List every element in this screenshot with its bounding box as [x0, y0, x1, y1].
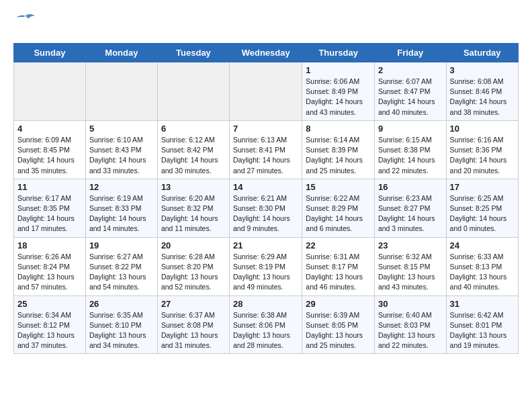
- calendar-cell: [85, 62, 157, 121]
- day-number: 6: [161, 124, 226, 134]
- calendar-table: SundayMondayTuesdayWednesdayThursdayFrid…: [13, 43, 519, 354]
- calendar-cell: 7Sunrise: 6:13 AMSunset: 8:41 PMDaylight…: [230, 120, 302, 179]
- calendar-cell: 16Sunrise: 6:23 AMSunset: 8:27 PMDayligh…: [374, 179, 446, 237]
- calendar-cell: [157, 62, 229, 121]
- calendar-header: SundayMondayTuesdayWednesdayThursdayFrid…: [14, 44, 519, 62]
- calendar-week-4: 18Sunrise: 6:26 AMSunset: 8:24 PMDayligh…: [14, 237, 519, 295]
- calendar-cell: 15Sunrise: 6:22 AMSunset: 8:29 PMDayligh…: [302, 179, 375, 237]
- day-info: Sunrise: 6:19 AMSunset: 8:33 PMDaylight:…: [89, 193, 154, 234]
- calendar-cell: 3Sunrise: 6:08 AMSunset: 8:46 PMDaylight…: [446, 62, 518, 121]
- day-info: Sunrise: 6:28 AMSunset: 8:20 PMDaylight:…: [161, 252, 226, 293]
- day-number: 31: [450, 299, 515, 309]
- calendar-cell: 1Sunrise: 6:06 AMSunset: 8:49 PMDaylight…: [302, 62, 375, 121]
- day-number: 25: [17, 299, 82, 309]
- day-info: Sunrise: 6:08 AMSunset: 8:46 PMDaylight:…: [450, 77, 515, 118]
- weekday-header-friday: Friday: [374, 44, 446, 62]
- day-info: Sunrise: 6:42 AMSunset: 8:01 PMDaylight:…: [450, 310, 515, 351]
- calendar-cell: 22Sunrise: 6:31 AMSunset: 8:17 PMDayligh…: [302, 237, 375, 295]
- day-info: Sunrise: 6:37 AMSunset: 8:08 PMDaylight:…: [161, 310, 226, 351]
- day-info: Sunrise: 6:39 AMSunset: 8:05 PMDaylight:…: [306, 310, 371, 351]
- day-number: 1: [306, 65, 371, 75]
- day-info: Sunrise: 6:06 AMSunset: 8:49 PMDaylight:…: [306, 77, 371, 118]
- day-number: 7: [233, 124, 298, 134]
- day-number: 5: [89, 124, 154, 134]
- calendar-cell: 18Sunrise: 6:26 AMSunset: 8:24 PMDayligh…: [14, 237, 86, 295]
- day-info: Sunrise: 6:17 AMSunset: 8:35 PMDaylight:…: [17, 193, 82, 234]
- day-number: 8: [306, 124, 371, 134]
- day-number: 16: [378, 182, 443, 192]
- calendar-week-1: 1Sunrise: 6:06 AMSunset: 8:49 PMDaylight…: [14, 62, 519, 121]
- calendar-cell: 28Sunrise: 6:38 AMSunset: 8:06 PMDayligh…: [230, 295, 302, 354]
- day-info: Sunrise: 6:25 AMSunset: 8:25 PMDaylight:…: [450, 193, 515, 234]
- day-info: Sunrise: 6:16 AMSunset: 8:36 PMDaylight:…: [450, 135, 515, 176]
- calendar-cell: 11Sunrise: 6:17 AMSunset: 8:35 PMDayligh…: [14, 179, 86, 237]
- calendar-cell: 4Sunrise: 6:09 AMSunset: 8:45 PMDaylight…: [14, 120, 86, 179]
- day-number: 20: [161, 240, 226, 250]
- day-info: Sunrise: 6:29 AMSunset: 8:19 PMDaylight:…: [233, 252, 298, 293]
- calendar-cell: 10Sunrise: 6:16 AMSunset: 8:36 PMDayligh…: [446, 120, 518, 179]
- day-info: Sunrise: 6:22 AMSunset: 8:29 PMDaylight:…: [306, 193, 371, 234]
- calendar-cell: 19Sunrise: 6:27 AMSunset: 8:22 PMDayligh…: [85, 237, 157, 295]
- calendar-cell: [14, 62, 86, 121]
- calendar-cell: 14Sunrise: 6:21 AMSunset: 8:30 PMDayligh…: [230, 179, 302, 237]
- calendar-cell: 2Sunrise: 6:07 AMSunset: 8:47 PMDaylight…: [374, 62, 446, 121]
- weekday-row: SundayMondayTuesdayWednesdayThursdayFrid…: [14, 44, 519, 62]
- day-number: 23: [378, 240, 443, 250]
- day-number: 10: [450, 124, 515, 134]
- calendar-week-3: 11Sunrise: 6:17 AMSunset: 8:35 PMDayligh…: [14, 179, 519, 237]
- day-number: 3: [450, 65, 515, 75]
- calendar-cell: 27Sunrise: 6:37 AMSunset: 8:08 PMDayligh…: [157, 295, 229, 354]
- weekday-header-sunday: Sunday: [14, 44, 86, 62]
- weekday-header-monday: Monday: [85, 44, 157, 62]
- day-info: Sunrise: 6:12 AMSunset: 8:42 PMDaylight:…: [161, 135, 226, 176]
- day-number: 19: [89, 240, 154, 250]
- page-header: [13, 13, 519, 32]
- day-info: Sunrise: 6:35 AMSunset: 8:10 PMDaylight:…: [89, 310, 154, 351]
- day-info: Sunrise: 6:07 AMSunset: 8:47 PMDaylight:…: [378, 77, 443, 118]
- day-number: 17: [450, 182, 515, 192]
- day-info: Sunrise: 6:27 AMSunset: 8:22 PMDaylight:…: [89, 252, 154, 293]
- calendar-cell: 5Sunrise: 6:10 AMSunset: 8:43 PMDaylight…: [85, 120, 157, 179]
- day-number: 27: [161, 299, 226, 309]
- logo: [13, 13, 35, 32]
- day-info: Sunrise: 6:31 AMSunset: 8:17 PMDaylight:…: [306, 252, 371, 293]
- calendar-cell: 6Sunrise: 6:12 AMSunset: 8:42 PMDaylight…: [157, 120, 229, 179]
- calendar-cell: 23Sunrise: 6:32 AMSunset: 8:15 PMDayligh…: [374, 237, 446, 295]
- day-number: 11: [17, 182, 82, 192]
- calendar-week-5: 25Sunrise: 6:34 AMSunset: 8:12 PMDayligh…: [14, 295, 519, 354]
- day-number: 2: [378, 65, 443, 75]
- day-number: 18: [17, 240, 82, 250]
- calendar-body: 1Sunrise: 6:06 AMSunset: 8:49 PMDaylight…: [14, 62, 519, 354]
- calendar-cell: 26Sunrise: 6:35 AMSunset: 8:10 PMDayligh…: [85, 295, 157, 354]
- day-info: Sunrise: 6:33 AMSunset: 8:13 PMDaylight:…: [450, 252, 515, 293]
- weekday-header-wednesday: Wednesday: [230, 44, 302, 62]
- day-info: Sunrise: 6:40 AMSunset: 8:03 PMDaylight:…: [378, 310, 443, 351]
- day-info: Sunrise: 6:13 AMSunset: 8:41 PMDaylight:…: [233, 135, 298, 176]
- day-info: Sunrise: 6:15 AMSunset: 8:38 PMDaylight:…: [378, 135, 443, 176]
- day-info: Sunrise: 6:38 AMSunset: 8:06 PMDaylight:…: [233, 310, 298, 351]
- day-number: 28: [233, 299, 298, 309]
- weekday-header-thursday: Thursday: [302, 44, 375, 62]
- calendar-cell: [230, 62, 302, 121]
- day-number: 26: [89, 299, 154, 309]
- calendar-cell: 24Sunrise: 6:33 AMSunset: 8:13 PMDayligh…: [446, 237, 518, 295]
- calendar-cell: 21Sunrise: 6:29 AMSunset: 8:19 PMDayligh…: [230, 237, 302, 295]
- calendar-cell: 17Sunrise: 6:25 AMSunset: 8:25 PMDayligh…: [446, 179, 518, 237]
- day-number: 24: [450, 240, 515, 250]
- day-number: 4: [17, 124, 82, 134]
- day-info: Sunrise: 6:26 AMSunset: 8:24 PMDaylight:…: [17, 252, 82, 293]
- day-number: 21: [233, 240, 298, 250]
- day-number: 14: [233, 182, 298, 192]
- calendar-week-2: 4Sunrise: 6:09 AMSunset: 8:45 PMDaylight…: [14, 120, 519, 179]
- day-number: 29: [306, 299, 371, 309]
- day-info: Sunrise: 6:34 AMSunset: 8:12 PMDaylight:…: [17, 310, 82, 351]
- day-number: 9: [378, 124, 443, 134]
- day-info: Sunrise: 6:09 AMSunset: 8:45 PMDaylight:…: [17, 135, 82, 176]
- day-number: 13: [161, 182, 226, 192]
- day-number: 30: [378, 299, 443, 309]
- calendar-cell: 9Sunrise: 6:15 AMSunset: 8:38 PMDaylight…: [374, 120, 446, 179]
- calendar-cell: 30Sunrise: 6:40 AMSunset: 8:03 PMDayligh…: [374, 295, 446, 354]
- calendar-cell: 29Sunrise: 6:39 AMSunset: 8:05 PMDayligh…: [302, 295, 375, 354]
- logo-bird-icon: [16, 13, 35, 28]
- weekday-header-saturday: Saturday: [446, 44, 518, 62]
